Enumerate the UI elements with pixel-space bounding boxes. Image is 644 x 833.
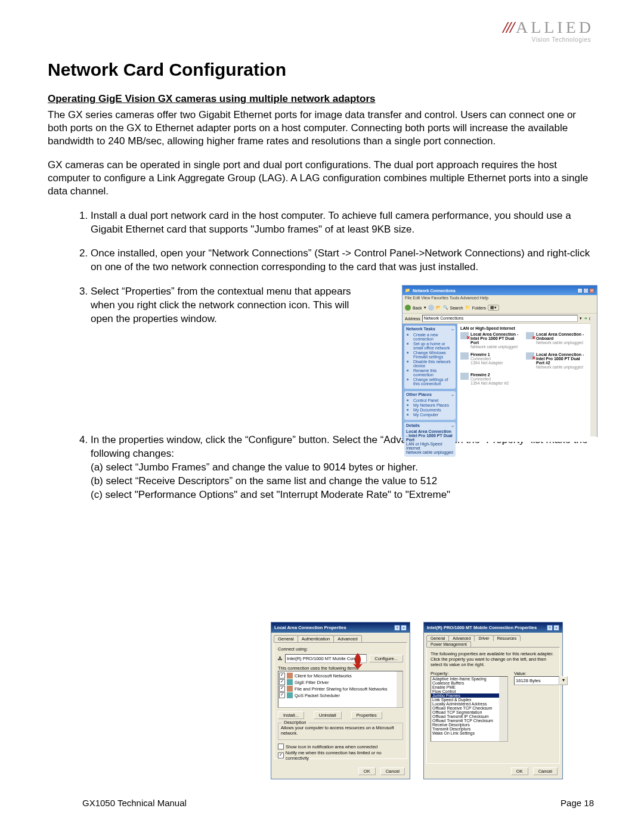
connection-item[interactable]: Firewire 2Connected1394 Net Adapter #2 xyxy=(460,373,520,385)
tab-driver[interactable]: Driver xyxy=(474,635,493,641)
connection-item[interactable]: Local Area Connection - OnboardNetwork c… xyxy=(526,332,586,349)
nc-main-pane[interactable]: LAN or High-Speed Internet Local Area Co… xyxy=(457,324,597,442)
nc-toolbar[interactable]: Back ▾ 📂 🔍Search 📁Folders ▦▾ xyxy=(402,302,597,314)
task-create-connection[interactable]: Create a new connection xyxy=(406,333,454,341)
properties-button[interactable]: Properties xyxy=(351,711,382,719)
property-option[interactable]: Offload Transmit TCP Checksum xyxy=(431,719,507,723)
tab-advanced[interactable]: Advanced xyxy=(333,635,361,642)
footer-page-number: Page 18 xyxy=(561,798,594,808)
connection-item[interactable]: Firewire 1Connected1394 Net Adapter xyxy=(460,352,520,369)
checkbox-icon[interactable] xyxy=(279,679,285,685)
tab-authentication[interactable]: Authentication xyxy=(298,635,335,642)
help-icon[interactable]: ? xyxy=(394,625,400,631)
checkbox-show-icon[interactable] xyxy=(278,744,284,750)
tab-general[interactable]: General xyxy=(426,635,449,641)
close-icon[interactable]: × xyxy=(553,625,559,631)
value-dropdown[interactable]: 16128 Bytes xyxy=(514,676,559,685)
nc-titlebar[interactable]: 📁 Network Connections _ □ × xyxy=(402,286,597,295)
ok-button[interactable]: OK xyxy=(511,767,528,775)
install-button[interactable]: Install... xyxy=(278,711,304,719)
item-qos[interactable]: QoS Packet Scheduler xyxy=(295,693,340,698)
connection-item[interactable]: Local Area Connection - Intel Pro 1000 P… xyxy=(526,352,586,369)
place-my-computer[interactable]: My Computer xyxy=(406,413,454,417)
item-client-ms-networks[interactable]: Client for Microsoft Networks xyxy=(295,673,352,679)
property-option[interactable]: Offload TCP Segmentation xyxy=(431,710,507,714)
chevron-down-icon[interactable]: ▾ xyxy=(559,676,568,685)
collapse-icon[interactable]: ⌵ xyxy=(451,327,454,332)
tab-general[interactable]: General xyxy=(274,635,298,642)
property-option[interactable]: Transmit Descriptors xyxy=(431,727,507,731)
checkbox-icon[interactable] xyxy=(279,673,285,679)
scrollbar[interactable] xyxy=(397,671,402,707)
close-icon[interactable]: × xyxy=(589,288,595,293)
task-firewall[interactable]: Change Windows Firewall settings xyxy=(406,351,454,359)
property-listbox[interactable]: Adaptive Inter-frame SpacingCoalesce Buf… xyxy=(431,676,508,742)
paragraph-1: The GX series cameras offer two Gigabit … xyxy=(48,109,596,148)
views-icon[interactable]: ▦▾ xyxy=(488,305,499,311)
property-option[interactable]: Coalesce Buffers xyxy=(431,681,507,685)
property-option[interactable]: Offload Transmit IP Checksum xyxy=(431,714,507,719)
uninstall-button[interactable]: Uninstall xyxy=(314,711,342,719)
task-rename[interactable]: Rename this connection xyxy=(406,368,454,377)
property-option[interactable]: Jumbo Frames xyxy=(431,693,507,698)
up-folder-icon[interactable]: 📂 xyxy=(436,305,441,310)
help-icon[interactable]: ? xyxy=(547,625,553,631)
cancel-button[interactable]: Cancel xyxy=(533,767,558,775)
address-value[interactable]: Network Connections xyxy=(424,316,464,320)
property-option[interactable]: Adaptive Inter-frame Spacing xyxy=(431,677,507,681)
step-2: Once installed, open your “Network Conne… xyxy=(91,247,596,274)
tab-power[interactable]: Power Management xyxy=(426,641,471,647)
collapse-icon[interactable]: ⌵ xyxy=(451,423,454,428)
back-label[interactable]: Back xyxy=(413,306,422,310)
forward-icon[interactable] xyxy=(428,305,434,311)
minimize-icon[interactable]: _ xyxy=(577,288,583,293)
connection-item[interactable]: Local Area Connection - Intel Pro 1000 P… xyxy=(460,332,520,349)
nc-menubar[interactable]: File Edit View Favorites Tools Advanced … xyxy=(402,295,597,302)
place-my-documents[interactable]: My Documents xyxy=(406,408,454,412)
tab-advanced[interactable]: Advanced xyxy=(448,635,475,641)
search-icon[interactable]: 🔍 xyxy=(443,305,448,310)
task-disable-device[interactable]: Disable this network device xyxy=(406,360,454,368)
property-option[interactable]: Enable PME xyxy=(431,685,507,689)
configure-button[interactable]: Configure... xyxy=(369,655,403,662)
close-icon[interactable]: × xyxy=(401,625,407,631)
property-option[interactable]: Locally Administered Address xyxy=(431,702,507,706)
checkbox-notify[interactable] xyxy=(278,753,284,758)
nc-title-text: Network Connections xyxy=(413,289,456,293)
tab-resources[interactable]: Resources xyxy=(493,635,521,641)
folders-label[interactable]: Folders xyxy=(472,306,486,310)
item-gige-filter[interactable]: GigE Filter Driver xyxy=(295,680,329,685)
dlg2-titlebar[interactable]: Intel(R) PRO/1000 MT Mobile Connection P… xyxy=(424,623,562,633)
search-label[interactable]: Search xyxy=(450,306,463,310)
task-setup-network[interactable]: Set up a home or small office network xyxy=(406,342,454,350)
items-listbox[interactable]: Client for Microsoft Networks GigE Filte… xyxy=(278,671,403,708)
scrollbar[interactable] xyxy=(499,677,507,741)
place-control-panel[interactable]: Control Panel xyxy=(406,398,454,402)
property-option[interactable]: Wake On Link Settings xyxy=(431,731,507,735)
item-file-printer[interactable]: File and Printer Sharing for Microsoft N… xyxy=(295,686,387,692)
task-change-settings[interactable]: Change settings of this connection xyxy=(406,377,454,386)
checkbox-icon[interactable] xyxy=(279,686,285,692)
collapse-icon[interactable]: ⌵ xyxy=(451,392,454,397)
scrollbar[interactable] xyxy=(590,317,597,436)
nc-addressbar[interactable]: Address Network Connections ▾ ➜ Go xyxy=(402,314,597,324)
cancel-button[interactable]: Cancel xyxy=(380,767,405,775)
address-chevron-down-icon[interactable]: ▾ xyxy=(580,316,582,321)
adapter-field[interactable]: Intel(R) PRO/1000 MT Mobile Conne xyxy=(285,654,367,663)
description-label: Description xyxy=(282,720,308,725)
property-option[interactable]: Link Speed & Duplex xyxy=(431,698,507,702)
maximize-icon[interactable]: □ xyxy=(583,288,589,293)
chevron-down-icon[interactable]: ▾ xyxy=(424,305,426,310)
checkbox-icon[interactable] xyxy=(279,692,285,698)
property-option[interactable]: Flow Control xyxy=(431,689,507,693)
property-option[interactable]: Receive Descriptors xyxy=(431,723,507,727)
go-icon[interactable]: ➜ xyxy=(584,316,587,321)
property-option[interactable]: Offload Receive TCP Checksum xyxy=(431,706,507,710)
dlg1-titlebar[interactable]: Local Area Connection Properties ?× xyxy=(271,623,410,633)
step-4a: (a) select “Jumbo Frames” and change the… xyxy=(91,462,418,473)
place-network-places[interactable]: My Network Places xyxy=(406,403,454,407)
back-icon[interactable] xyxy=(405,305,411,311)
ok-button[interactable]: OK xyxy=(358,767,376,775)
logo: ///ALLIED Vision Technologies xyxy=(503,18,594,43)
folders-icon[interactable]: 📁 xyxy=(465,305,470,310)
